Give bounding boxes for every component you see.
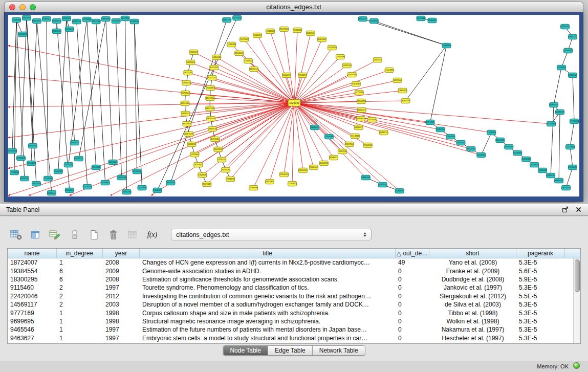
graph-edge[interactable]	[8, 76, 294, 103]
graph-edge[interactable]	[27, 18, 33, 146]
table-row[interactable]: 911546021997Tourette syndrome. Phenomeno…	[8, 283, 580, 292]
graph-edge[interactable]	[406, 46, 447, 101]
table-row[interactable]: 1938455462009Genome-wide association stu…	[8, 267, 580, 275]
graph-node-label: 7503922	[364, 144, 373, 146]
graph-edge[interactable]	[294, 39, 322, 103]
column-header-short[interactable]: short	[429, 249, 516, 258]
graph-edge[interactable]	[8, 103, 294, 195]
graph-edge[interactable]	[8, 103, 294, 168]
table-row[interactable]: 977716911998Corpus callosum shape and si…	[8, 309, 580, 317]
graph-edge[interactable]	[294, 103, 350, 144]
table-row[interactable]: 2242004622012Investigating the contribut…	[8, 292, 580, 300]
graph-edge[interactable]	[566, 167, 573, 188]
column-header-title[interactable]: title	[140, 249, 396, 258]
tab-node-table[interactable]: Node Table	[223, 346, 268, 355]
graph-edge[interactable]	[294, 103, 324, 163]
float-panel-button[interactable]	[561, 206, 569, 213]
graph-edge[interactable]	[481, 133, 491, 155]
graph-edge[interactable]	[47, 19, 48, 179]
import-table-button[interactable]	[125, 228, 141, 242]
graph-edge[interactable]	[12, 20, 16, 151]
table-mode-button[interactable]	[8, 228, 24, 242]
row-options-button[interactable]	[67, 228, 82, 242]
graph-edge[interactable]	[554, 68, 561, 105]
close-panel-button[interactable]	[575, 206, 582, 213]
graph-edge[interactable]	[294, 103, 471, 149]
column-header-out_de[interactable]: △ out_de…	[396, 249, 429, 258]
graph-svg[interactable]: 1724049226061218465229567601859432216615…	[8, 15, 579, 196]
graph-edge[interactable]	[135, 21, 137, 171]
graph-edge[interactable]	[294, 103, 359, 127]
edit-table-button[interactable]	[47, 228, 63, 242]
graph-edge[interactable]	[573, 75, 574, 121]
tab-edge-table[interactable]: Edge Table	[268, 346, 313, 355]
graph-node-label: 1547902	[244, 59, 253, 62]
table-row[interactable]: 969969511998Structural magnetic resonanc…	[8, 317, 580, 325]
graph-edge[interactable]	[287, 75, 294, 103]
graph-edge[interactable]	[294, 75, 352, 103]
tab-network-table[interactable]: Network Table	[313, 346, 365, 355]
table-selector[interactable]: citations_edges.txt	[171, 229, 372, 240]
graph-node-label: 8549312	[380, 131, 388, 134]
graph-edge[interactable]	[79, 19, 106, 159]
table-cell: Jankovic et al. (1997)	[429, 284, 516, 291]
graph-edge[interactable]	[37, 21, 52, 193]
show-columns-button[interactable]	[28, 228, 43, 242]
graph-edge[interactable]	[77, 21, 88, 187]
function-builder-button[interactable]: f(x)	[144, 228, 160, 242]
graph-node-label: 1661505	[307, 32, 315, 34]
column-header-year[interactable]: year	[103, 249, 140, 258]
table-row[interactable]: 1456911722003Disruption of a novel membe…	[8, 300, 580, 309]
table-cell: Hescheler et al. (1997)	[429, 335, 516, 342]
table-row[interactable]: 1830029562008Estimation of significance …	[8, 275, 580, 283]
table-row[interactable]: 946362711997Embryonic stem cells: a mode…	[8, 334, 580, 342]
graph-edge[interactable]	[230, 103, 294, 179]
delete-button[interactable]	[105, 228, 121, 242]
graph-node-label: 8542210	[73, 20, 81, 23]
column-header-in_degree[interactable]: in_degree	[57, 249, 103, 258]
graph-edge[interactable]	[188, 73, 294, 103]
graph-edge[interactable]	[374, 21, 447, 46]
graph-edge[interactable]	[294, 103, 551, 124]
new-document-button[interactable]	[86, 228, 102, 242]
graph-node-label: 1542230	[121, 17, 130, 19]
graph-edge[interactable]	[21, 18, 27, 158]
graph-node-label: 7180235	[547, 174, 555, 177]
graph-edge[interactable]	[559, 112, 560, 181]
graph-edge[interactable]	[294, 80, 398, 103]
graph-edge[interactable]	[430, 46, 447, 122]
graph-node-label: 1146025	[428, 19, 437, 21]
graph-edge[interactable]	[214, 68, 294, 103]
graph-node-label: 7153641	[222, 168, 230, 171]
table-toolbar: f(x) citations_edges.txt	[8, 228, 372, 242]
graph-edge[interactable]	[257, 35, 294, 103]
close-window-button[interactable]	[9, 4, 15, 10]
vertical-scrollbar[interactable]	[573, 258, 580, 343]
graph-edge[interactable]	[551, 105, 554, 176]
graph-edge[interactable]	[67, 18, 75, 143]
graph-node-label: 1677204	[562, 186, 571, 189]
graph-edge[interactable]	[294, 103, 461, 143]
graph-edge[interactable]	[116, 21, 122, 178]
scrollbar-thumb[interactable]	[575, 259, 580, 292]
graph-edge[interactable]	[570, 147, 573, 167]
network-canvas[interactable]: 1724049226061218465229567601859432216615…	[8, 15, 579, 196]
table-row[interactable]: 946554611997Estimation of the future num…	[8, 325, 580, 334]
graph-edge[interactable]	[570, 121, 574, 147]
column-header-name[interactable]: name	[8, 249, 57, 258]
graph-edge[interactable]	[58, 18, 67, 171]
graph-edge[interactable]	[87, 19, 96, 167]
zoom-window-button[interactable]	[30, 4, 36, 10]
table-cell: 9463627	[8, 335, 57, 342]
graph-edge[interactable]	[8, 46, 294, 103]
graph-node-label: 2415203	[447, 135, 455, 138]
window-titlebar[interactable]: citations_edges.txt	[4, 2, 583, 12]
graph-edge[interactable]	[294, 70, 389, 103]
table-row[interactable]: 1872400712008Changes of HCN gene express…	[8, 258, 580, 267]
minimize-window-button[interactable]	[19, 4, 26, 10]
graph-edge[interactable]	[106, 19, 113, 162]
graph-edge[interactable]	[135, 21, 142, 188]
column-header-pagerank[interactable]: pagerank	[516, 249, 565, 258]
graph-edge[interactable]	[294, 103, 491, 133]
graph-edge[interactable]	[8, 103, 294, 107]
